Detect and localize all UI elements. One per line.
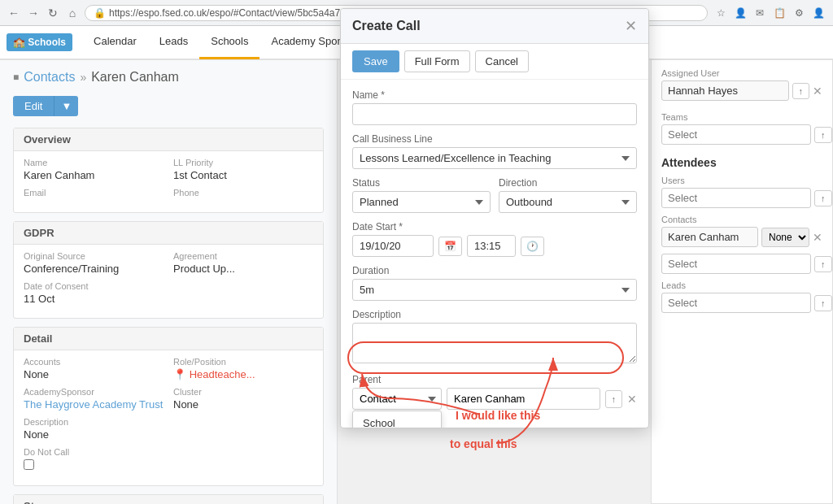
contact-role-select[interactable]: None (761, 228, 809, 247)
teams-row: ↑ (661, 124, 822, 145)
users-arrow-button[interactable]: ↑ (814, 190, 832, 206)
lock-icon: 🔒 (94, 7, 106, 19)
extension-icon-2[interactable]: ✉ (752, 5, 768, 21)
breadcrumb: ■ Contacts » Karen Canham (13, 70, 324, 85)
home-button[interactable]: ⌂ (65, 6, 80, 20)
breadcrumb-parent[interactable]: Contacts (24, 70, 75, 85)
parent-type-container: Contact School Lead Contact Opportunity … (352, 388, 442, 410)
teams-section: Teams ↑ (661, 112, 822, 145)
teams-label: Teams (661, 112, 822, 122)
role-label: Role/Position (173, 357, 313, 367)
date-consent-value: 11 Oct (24, 293, 164, 305)
parent-type-select[interactable]: Contact (352, 388, 442, 410)
calendar-icon-button[interactable]: 📅 (438, 237, 462, 256)
ll-priority-value: 1st Contact (173, 169, 313, 181)
modal-close-button[interactable]: ✕ (625, 17, 637, 35)
dropdown-school[interactable]: School (353, 411, 441, 428)
left-panel: ■ Contacts » Karen Canham Edit ▼ Overvie… (0, 60, 338, 504)
extension-icon-5[interactable]: 👤 (810, 5, 826, 21)
bookmark-icon[interactable]: ☆ (713, 5, 729, 21)
nav-leads[interactable]: Leads (148, 25, 199, 59)
academy-sponsor-field: AcademySponsor The Haygrove Academy Trus… (24, 387, 164, 411)
contacts-input[interactable] (661, 254, 811, 274)
status-select[interactable]: Planned (352, 191, 491, 213)
breadcrumb-separator: » (80, 71, 86, 84)
direction-select[interactable]: Outbound (499, 191, 637, 213)
form-status-direction-row: Status Planned Direction Outbound (352, 177, 637, 221)
save-button[interactable]: Save (352, 50, 399, 72)
forward-button[interactable]: → (26, 6, 41, 20)
email-field: Email (24, 188, 164, 199)
parent-arrow-button[interactable]: ↑ (605, 390, 623, 408)
assigned-user-value: Hannah Hayes (661, 80, 789, 101)
academy-sponsor-value[interactable]: The Haygrove Academy Trust (24, 398, 164, 411)
role-icon: 📍 (173, 368, 186, 380)
parent-value-input[interactable] (447, 388, 600, 410)
ll-priority-label: LL Priority (173, 158, 313, 167)
back-button[interactable]: ← (7, 6, 21, 20)
description-textarea[interactable] (352, 323, 637, 363)
extension-icon-1[interactable]: 👤 (732, 5, 748, 21)
date-consent-field: Date of Consent 11 Oct (24, 281, 164, 305)
nav-logo[interactable]: 🏫 Schools (7, 33, 72, 51)
overview-row-1: Name Karen Canham LL Priority 1st Contac… (24, 158, 313, 181)
teams-input[interactable] (661, 124, 811, 145)
extension-icon-4[interactable]: ⚙ (791, 5, 807, 21)
phone-label: Phone (173, 188, 313, 198)
nav-calendar[interactable]: Calendar (82, 25, 148, 59)
time-input[interactable] (467, 235, 516, 257)
full-form-button[interactable]: Full Form (404, 50, 470, 72)
clock-icon-button[interactable]: 🕐 (521, 237, 544, 256)
users-input[interactable] (661, 188, 811, 208)
contacts-arrow-button[interactable]: ↑ (814, 256, 832, 272)
form-cbl-group: Call Business Line Lessons Learned/Excel… (352, 133, 637, 169)
extension-icon-3[interactable]: 📋 (771, 5, 787, 21)
agreement-label: Agreement (173, 251, 313, 261)
form-direction-label: Direction (499, 177, 637, 189)
email-label: Email (24, 188, 164, 198)
agreement-field: Agreement Product Up... (173, 251, 313, 275)
do-not-call-label: Do Not Call (24, 447, 313, 457)
users-row: ↑ (661, 188, 822, 208)
assigned-user-section: Assigned User Hannah Hayes ↑ ✕ (661, 68, 822, 101)
leads-input[interactable] (661, 293, 811, 313)
cluster-value: None (173, 398, 313, 411)
overview-header: Overview (14, 128, 323, 151)
contact-clear-button[interactable]: ✕ (813, 231, 822, 244)
assigned-user-clear-button[interactable]: ✕ (813, 85, 822, 98)
edit-button[interactable]: Edit (13, 96, 54, 116)
call-business-line-select[interactable]: Lessons Learned/Excellence in Teaching (352, 147, 637, 169)
assigned-user-select-button[interactable]: ↑ (792, 83, 810, 99)
ll-priority-field: LL Priority 1st Contact (173, 158, 313, 181)
modal-header: Create Call ✕ (341, 9, 648, 44)
parent-dropdown-menu: School Lead Contact Opportunity Case (352, 411, 442, 428)
assigned-user-row: Hannah Hayes ↑ ✕ (661, 80, 822, 101)
edit-dropdown-button[interactable]: ▼ (54, 96, 78, 116)
logo-icon: 🏫 (13, 37, 25, 48)
parent-clear-button[interactable]: ✕ (627, 393, 637, 406)
name-input[interactable] (352, 103, 637, 125)
leads-row: ↑ (661, 293, 822, 313)
cluster-field: Cluster None (173, 387, 313, 411)
stream-header: Stream (14, 495, 323, 504)
accounts-field: Accounts None (24, 357, 164, 380)
reload-button[interactable]: ↻ (46, 6, 60, 20)
date-input[interactable] (352, 235, 434, 257)
nav-schools[interactable]: Schools (199, 25, 259, 59)
do-not-call-checkbox[interactable] (24, 459, 313, 472)
form-cbl-label: Call Business Line (352, 133, 637, 145)
attendees-title: Attendees (661, 156, 822, 169)
form-parent-group: Parent Contact School Lead Contact Oppor… (352, 374, 637, 410)
browser-icons: ☆ 👤 ✉ 📋 ⚙ 👤 (713, 5, 826, 21)
edit-button-group: Edit ▼ (13, 96, 324, 116)
form-date-label: Date Start * (352, 221, 637, 232)
cancel-button[interactable]: Cancel (475, 50, 529, 72)
teams-arrow-button[interactable]: ↑ (814, 127, 832, 143)
logo-text: Schools (28, 37, 66, 48)
users-label: Users (661, 176, 822, 185)
form-duration-group: Duration 5m (352, 265, 637, 301)
duration-select[interactable]: 5m (352, 279, 637, 301)
create-call-modal: Create Call ✕ Save Full Form Cancel Name… (340, 8, 649, 428)
leads-arrow-button[interactable]: ↑ (814, 295, 832, 311)
detail-row-4: Do Not Call (24, 447, 313, 472)
